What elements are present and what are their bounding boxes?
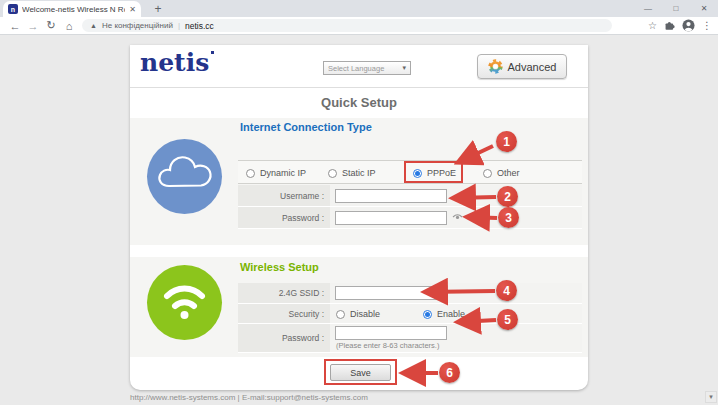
radio-label: Static IP <box>342 168 376 178</box>
radio-security-enable[interactable]: Enable <box>423 304 465 324</box>
netis-favicon-icon: n <box>8 4 18 14</box>
advanced-button[interactable]: Advanced <box>477 54 567 79</box>
radio-security-disable[interactable]: Disable <box>336 304 380 324</box>
wireless-password-label: Password : <box>238 324 330 352</box>
internet-password-input[interactable] <box>335 211 447 225</box>
advanced-button-label: Advanced <box>508 61 557 73</box>
chevron-down-icon: ▾ <box>402 64 406 72</box>
radio-dynamic-ip[interactable]: Dynamic IP <box>246 161 306 185</box>
wireless-heading: Wireless Setup <box>240 261 319 273</box>
language-select-label: Select Language <box>328 64 402 73</box>
bookmark-star-icon[interactable]: ☆ <box>648 20 657 31</box>
show-password-eye-icon[interactable] <box>452 212 463 221</box>
radio-circle-icon[interactable] <box>246 169 255 178</box>
maximize-icon[interactable]: □ <box>662 0 690 17</box>
extensions-puzzle-icon[interactable] <box>664 20 675 31</box>
forward-icon[interactable]: → <box>24 20 42 32</box>
ssid-label: 2.4G SSID : <box>238 283 330 303</box>
radio-circle-icon[interactable] <box>413 169 422 178</box>
radio-other[interactable]: Other <box>483 161 520 185</box>
save-button[interactable]: Save <box>330 364 391 381</box>
wireless-password-input[interactable] <box>335 326 447 340</box>
language-select[interactable]: Select Language ▾ <box>323 61 411 75</box>
radio-circle-icon[interactable] <box>328 169 337 178</box>
back-icon[interactable]: ← <box>6 20 24 32</box>
scroll-down-arrow-icon[interactable]: ▾ <box>705 391 717 403</box>
url-text[interactable]: netis.cc <box>185 21 214 31</box>
profile-avatar-icon[interactable] <box>682 19 695 32</box>
browser-window: n Welcome-netis Wireless N Route ✕ + — □… <box>0 0 718 405</box>
reload-icon[interactable]: ↻ <box>42 19 60 32</box>
radio-label: Disable <box>350 309 380 319</box>
wireless-wifi-icon: Wireless <box>147 265 222 340</box>
toolbar-actions: ☆ ⋮ <box>648 19 712 32</box>
home-icon[interactable]: ⌂ <box>60 20 78 32</box>
internet-password-row: Password : <box>238 207 582 229</box>
tab-strip: n Welcome-netis Wireless N Route ✕ + — □… <box>0 0 718 17</box>
password-hint: (Please enter 8-63 characters.) <box>336 341 439 350</box>
radio-label: PPPoE <box>427 168 456 178</box>
username-label: Username : <box>238 185 330 206</box>
security-label: Security : <box>238 304 330 323</box>
wireless-password-row: Password : (Please enter 8-63 characters… <box>238 324 582 353</box>
internet-password-label: Password : <box>238 207 330 228</box>
page-viewport: netis Select Language ▾ <box>0 35 718 405</box>
window-controls: — □ ✕ <box>634 0 718 17</box>
radio-circle-icon[interactable] <box>483 169 492 178</box>
gear-icon <box>488 59 503 74</box>
internet-heading: Internet Connection Type <box>240 121 372 133</box>
radio-circle-icon[interactable] <box>423 310 432 319</box>
not-secure-warning-icon[interactable]: ▲ <box>90 22 97 29</box>
tab-close-icon[interactable]: ✕ <box>129 5 136 14</box>
radio-label: Other <box>497 168 520 178</box>
page-title: Quick Setup <box>130 88 588 118</box>
username-row: Username : <box>238 185 582 207</box>
security-row: Security : Disable Enable <box>238 304 582 324</box>
radio-static-ip[interactable]: Static IP <box>328 161 376 185</box>
footer-links: http://www.netis-systems.com | E-mail:su… <box>130 393 368 402</box>
radio-label: Enable <box>437 309 465 319</box>
new-tab-button[interactable]: + <box>149 0 167 17</box>
internet-cloud-icon: internet <box>147 139 222 214</box>
ssid-input[interactable] <box>335 286 447 300</box>
radio-label: Dynamic IP <box>260 168 306 178</box>
close-icon[interactable]: ✕ <box>690 0 718 17</box>
netis-logo: netis <box>140 48 214 77</box>
address-bar[interactable]: ▲ Не конфіденційний | netis.cc <box>82 19 612 32</box>
minimize-icon[interactable]: — <box>634 0 662 17</box>
username-input[interactable] <box>335 189 447 203</box>
browser-toolbar: ← → ↻ ⌂ ▲ Не конфіденційний | netis.cc ☆… <box>0 17 718 35</box>
browser-menu-icon[interactable]: ⋮ <box>702 20 712 31</box>
url-divider: | <box>178 21 180 30</box>
ssid-row: 2.4G SSID : <box>238 283 582 304</box>
tab-title: Welcome-netis Wireless N Route <box>22 5 125 14</box>
setup-card: netis Select Language ▾ <box>130 45 588 390</box>
connection-type-row: Dynamic IP Static IP PPPoE Other <box>238 160 582 184</box>
radio-pppoe[interactable]: PPPoE <box>413 161 456 185</box>
not-secure-label: Не конфіденційний <box>102 21 173 30</box>
browser-tab[interactable]: n Welcome-netis Wireless N Route ✕ <box>3 1 141 17</box>
radio-circle-icon[interactable] <box>336 310 345 319</box>
